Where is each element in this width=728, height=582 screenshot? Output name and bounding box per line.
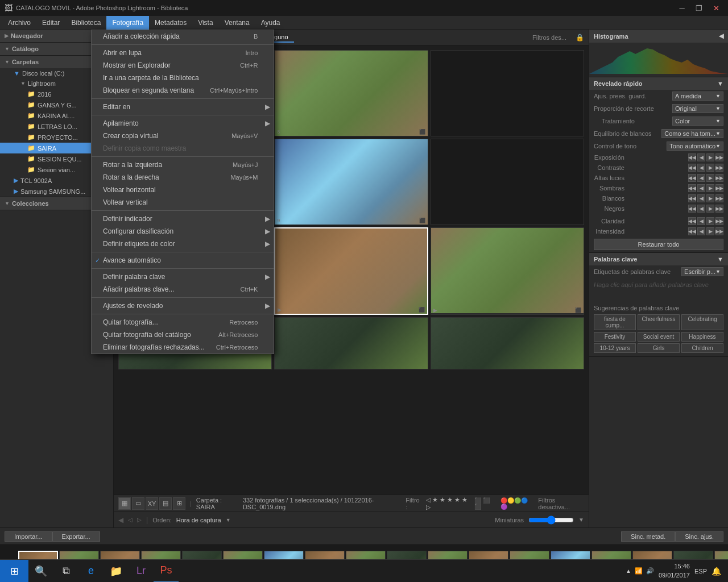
sombras-rr[interactable]: ▶▶: [715, 184, 723, 192]
exposicion-ll[interactable]: ◀◀: [688, 153, 696, 161]
menu-ayuda[interactable]: Ayuda: [255, 16, 286, 30]
grid-photo-5[interactable]: 9 ⬛: [274, 139, 428, 225]
size-arrow-down[interactable]: ▼: [578, 517, 584, 523]
grid-photo-8[interactable]: ▶ ⬛: [274, 227, 428, 315]
kw-8[interactable]: Children: [681, 343, 723, 353]
revelado-header[interactable]: Revelado rápido ▼: [589, 77, 728, 90]
arrow-left[interactable]: ◁: [128, 517, 133, 523]
menu-configurar-clasificacion[interactable]: Configurar clasificación ▶: [92, 225, 274, 238]
taskbar-lightroom-icon[interactable]: Lr: [129, 560, 154, 583]
view-lupa-btn[interactable]: ▭: [132, 497, 144, 510]
altas-l[interactable]: ◀: [697, 174, 705, 182]
menu-voltear-vertical[interactable]: Voltear vertical: [92, 196, 274, 209]
menu-quitar-catalogo[interactable]: Quitar fotografía del catálogo Alt+Retro…: [92, 329, 274, 341]
recorte-dropdown[interactable]: Original ▼: [672, 104, 723, 113]
sombras-r[interactable]: ▶: [706, 184, 714, 192]
taskbar-explorer-icon[interactable]: 📁: [104, 560, 129, 583]
taskbar-taskview-icon[interactable]: ⧉: [53, 560, 78, 583]
keyword-tags-dropdown[interactable]: Escribir p... ▼: [681, 267, 723, 276]
lock-icon[interactable]: 🔒: [576, 34, 584, 41]
kw-0[interactable]: fiesta de cump...: [594, 314, 636, 330]
blancos-eq-dropdown[interactable]: Como se ha tom... ▼: [661, 129, 723, 138]
menu-apilamiento[interactable]: Apilamiento ▶: [92, 117, 274, 130]
blancos-rr[interactable]: ▶▶: [715, 194, 723, 202]
menu-ajustes-revelado[interactable]: Ajustes de revelado ▶: [92, 300, 274, 312]
titlebar-controls[interactable]: ─ ❐ ✕: [675, 2, 723, 14]
menu-metadatos[interactable]: Metadatos: [149, 16, 192, 30]
sombras-l[interactable]: ◀: [697, 184, 705, 192]
taskbar-ps-icon[interactable]: Ps: [154, 560, 179, 583]
grid-photo-12[interactable]: [431, 317, 584, 369]
menu-crear-copia[interactable]: Crear copia virtual Mayús+V: [92, 130, 274, 142]
control-tono-dropdown[interactable]: Tono automático ▼: [667, 142, 723, 151]
import-button[interactable]: Importar...: [5, 531, 52, 542]
keywords-header[interactable]: Palabras clave ▼: [589, 253, 728, 265]
arrow-right[interactable]: ▷: [137, 517, 142, 523]
menu-añadir-coleccion[interactable]: Añadir a colección rápida B: [92, 30, 274, 43]
menu-definir-etiqueta[interactable]: Definir etiqueta de color ▶: [92, 238, 274, 250]
tray-volume-icon[interactable]: 🔊: [646, 567, 654, 575]
intensidad-rr[interactable]: ▶▶: [715, 227, 723, 235]
kw-6[interactable]: 10-12 years: [594, 343, 636, 353]
view-people-btn[interactable]: ⊞: [173, 497, 185, 510]
menu-editar[interactable]: Editar: [36, 16, 65, 30]
menu-avance-automatico[interactable]: Avance automático: [92, 254, 274, 267]
view-compare-btn[interactable]: XY: [146, 497, 158, 510]
menu-rotar-izquierda[interactable]: Rotar a la izquierda Mayús+J: [92, 159, 274, 171]
grid-photo-3[interactable]: [431, 50, 584, 136]
menu-ir-carpeta[interactable]: Ir a una carpeta de la Biblioteca: [92, 72, 274, 84]
menu-definir-palabra[interactable]: Definir palabra clave ▶: [92, 271, 274, 283]
taskbar-edge-icon[interactable]: e: [78, 560, 104, 583]
restore-button[interactable]: Restaurar todo: [594, 239, 723, 250]
menu-quitar-fotografia[interactable]: Quitar fotografía... Retroceso: [92, 316, 274, 329]
altas-r[interactable]: ▶: [706, 174, 714, 182]
view-survey-btn[interactable]: ▤: [159, 497, 172, 510]
contraste-ll[interactable]: ◀◀: [688, 164, 696, 172]
negros-r[interactable]: ▶: [706, 205, 714, 213]
kw-5[interactable]: Happiness: [681, 332, 723, 342]
clock[interactable]: 15:46 09/01/2017: [659, 562, 690, 580]
claridad-l[interactable]: ◀: [697, 217, 705, 225]
exposicion-r[interactable]: ▶: [706, 153, 714, 161]
menu-bloquear-segunda[interactable]: Bloquear en segunda ventana Ctrl+Mayús+I…: [92, 84, 274, 97]
menu-voltear-horizontal[interactable]: Voltear horizontal: [92, 184, 274, 196]
grid-photo-11[interactable]: [274, 317, 428, 369]
grid-photo-2[interactable]: 8 ⬛: [274, 50, 428, 136]
menu-editar-en[interactable]: Editar en ▶: [92, 101, 274, 113]
tratamiento-dropdown[interactable]: Color ▼: [672, 117, 723, 126]
grid-photo-6[interactable]: [431, 139, 584, 225]
histogram-header[interactable]: Histograma ◀: [589, 30, 728, 43]
intensidad-l[interactable]: ◀: [697, 227, 705, 235]
sinc-meta-button[interactable]: Sinc. metad.: [621, 531, 675, 542]
taskbar-search-icon[interactable]: 🔍: [28, 560, 53, 583]
claridad-ll[interactable]: ◀◀: [688, 217, 696, 225]
exposicion-rr[interactable]: ▶▶: [715, 153, 723, 161]
revelado-collapse[interactable]: ▼: [717, 80, 723, 87]
notifications-icon[interactable]: 🔔: [712, 567, 721, 576]
tray-up-arrow[interactable]: ▲: [626, 568, 631, 574]
menu-biblioteca[interactable]: Biblioteca: [65, 16, 106, 30]
intensidad-ll[interactable]: ◀◀: [688, 227, 696, 235]
kw-7[interactable]: Girls: [638, 343, 680, 353]
tray-network-icon[interactable]: 📶: [635, 567, 643, 575]
negros-rr[interactable]: ▶▶: [715, 205, 723, 213]
contraste-l[interactable]: ◀: [697, 164, 705, 172]
exposicion-l[interactable]: ◀: [697, 153, 705, 161]
sinc-ajus-button[interactable]: Sinc. ajus.: [675, 531, 723, 542]
filter-off-label[interactable]: Filtros desactiva...: [538, 497, 584, 510]
minimize-button[interactable]: ─: [675, 2, 689, 14]
keywords-collapse[interactable]: ▼: [717, 256, 723, 263]
histogram-collapse[interactable]: ◀: [719, 32, 723, 40]
negros-l[interactable]: ◀: [697, 205, 705, 213]
order-value[interactable]: Hora de captura: [176, 517, 221, 523]
start-button[interactable]: ⊞: [0, 560, 28, 583]
close-button[interactable]: ✕: [709, 2, 723, 14]
lang-indicator[interactable]: ESP: [694, 568, 707, 575]
blancos-ll[interactable]: ◀◀: [688, 194, 696, 202]
menu-mostrar-explorador[interactable]: Mostrar en Explorador Ctrl+R: [92, 59, 274, 72]
ajus-dropdown[interactable]: A medida ▼: [672, 92, 723, 101]
order-dropdown-arrow[interactable]: ▼: [226, 517, 231, 523]
claridad-rr[interactable]: ▶▶: [715, 217, 723, 225]
keywords-area[interactable]: Haga clic aqui para añadir palabras clav…: [589, 278, 728, 301]
blancos-r[interactable]: ▶: [706, 194, 714, 202]
